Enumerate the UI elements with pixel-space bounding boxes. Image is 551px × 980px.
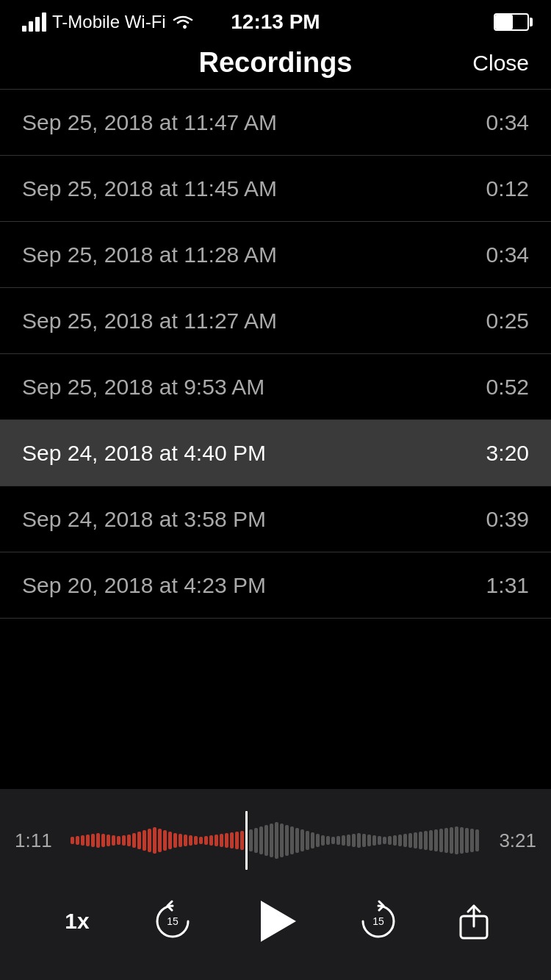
waveform-bar-played	[184, 835, 187, 846]
waveform-bar-unplayed	[347, 835, 350, 846]
waveform-bar-unplayed	[254, 828, 258, 853]
playhead	[245, 811, 248, 870]
signal-bars-icon	[22, 12, 46, 32]
waveform-bar-played	[122, 835, 126, 846]
waveform-bar-played	[215, 835, 218, 846]
close-button[interactable]: Close	[470, 51, 529, 76]
recording-item[interactable]: Sep 25, 2018 at 11:45 AM 0:12	[0, 156, 551, 222]
waveform-bar-unplayed	[403, 834, 407, 847]
waveform-bar-unplayed	[444, 828, 448, 853]
waveform-bar-played	[194, 836, 198, 845]
waveform-bar-unplayed	[393, 835, 397, 846]
status-right	[494, 13, 529, 31]
recording-date: Sep 25, 2018 at 11:45 AM	[22, 176, 277, 201]
recording-date: Sep 25, 2018 at 11:47 AM	[22, 110, 277, 135]
waveform-bar-played	[158, 829, 162, 852]
waveform-bar-unplayed	[326, 836, 330, 845]
waveform-bar-unplayed	[460, 827, 464, 854]
waveform-bar-played	[179, 834, 182, 847]
speed-button[interactable]: 1x	[55, 899, 99, 943]
waveform-bar-unplayed	[285, 825, 289, 856]
skip-forward-icon: 15	[357, 900, 400, 943]
recording-item[interactable]: Sep 24, 2018 at 4:40 PM 3:20	[0, 420, 551, 486]
recording-item[interactable]: Sep 20, 2018 at 4:23 PM 1:31	[0, 552, 551, 619]
waveform-bar-played	[143, 830, 146, 851]
waveform-bar-unplayed	[450, 827, 453, 854]
play-button[interactable]	[246, 892, 305, 951]
waveform-bar-played	[76, 836, 79, 845]
recording-duration: 0:12	[486, 176, 529, 201]
waveform-bar-played	[96, 833, 100, 848]
waveform-bar-unplayed	[383, 837, 386, 844]
waveform-bar-unplayed	[424, 831, 428, 850]
waveform-bar-unplayed	[475, 829, 479, 851]
waveform-bar-unplayed	[408, 833, 412, 848]
waveform-bar-unplayed	[414, 832, 417, 849]
waveform-bar-played	[209, 835, 213, 846]
waveform-bar-unplayed	[455, 826, 458, 854]
recording-duration: 0:39	[486, 507, 529, 532]
recording-duration: 0:25	[486, 309, 529, 334]
player-controls: 1x 15 15	[0, 877, 551, 980]
waveform-bar-played	[168, 832, 172, 849]
waveform-bar-played	[107, 835, 110, 846]
battery-icon	[494, 13, 529, 31]
recording-duration: 0:34	[486, 242, 529, 267]
nav-bar: Recordings Close	[0, 40, 551, 90]
status-time: 12:13 PM	[231, 10, 320, 34]
waveform-bar-played	[240, 831, 244, 850]
waveform-container: 1:11 3:21	[0, 804, 551, 877]
waveform-bar-unplayed	[270, 824, 273, 857]
recording-item[interactable]: Sep 25, 2018 at 11:27 AM 0:25	[0, 288, 551, 354]
recording-item[interactable]: Sep 25, 2018 at 11:47 AM 0:34	[0, 90, 551, 156]
waveform-bar-unplayed	[362, 834, 366, 847]
waveform-bar-played	[148, 829, 151, 852]
waveform-bar-unplayed	[439, 829, 443, 852]
skip-forward-button[interactable]: 15	[356, 899, 400, 943]
waveform-bar-played	[199, 837, 203, 844]
waveform-bar-unplayed	[465, 828, 469, 853]
waveform[interactable]	[71, 811, 480, 870]
waveform-bar-unplayed	[280, 824, 284, 857]
waveform-bar-unplayed	[259, 826, 263, 854]
recording-date: Sep 24, 2018 at 4:40 PM	[22, 441, 266, 466]
recording-item[interactable]: Sep 24, 2018 at 3:58 PM 0:39	[0, 486, 551, 552]
skip-back-button[interactable]: 15	[151, 899, 195, 943]
waveform-bar-played	[173, 833, 177, 848]
waveform-bar-unplayed	[316, 834, 320, 847]
current-time-label: 1:11	[15, 829, 59, 852]
waveform-bar-unplayed	[311, 832, 314, 849]
waveform-bar-played	[91, 834, 95, 847]
waveform-bar-unplayed	[300, 829, 304, 851]
status-bar: T-Mobile Wi-Fi 12:13 PM	[0, 0, 551, 40]
waveform-bar-played	[153, 827, 156, 854]
recording-date: Sep 25, 2018 at 11:27 AM	[22, 309, 277, 334]
waveform-bar-played	[163, 830, 167, 851]
recording-duration: 1:31	[486, 573, 529, 598]
svg-text:15: 15	[167, 915, 179, 927]
recording-date: Sep 25, 2018 at 11:28 AM	[22, 242, 277, 267]
play-icon	[261, 901, 296, 942]
waveform-bar-unplayed	[372, 835, 376, 846]
waveform-bar-played	[225, 833, 228, 848]
recording-item[interactable]: Sep 25, 2018 at 9:53 AM 0:52	[0, 354, 551, 420]
waveform-bar-unplayed	[470, 829, 474, 852]
waveform-bar-played	[137, 832, 141, 849]
wifi-icon	[172, 14, 194, 30]
waveform-bar-played	[220, 834, 223, 847]
waveform-bar-unplayed	[249, 829, 253, 851]
share-button[interactable]	[452, 899, 496, 943]
skip-back-icon: 15	[151, 900, 194, 943]
waveform-bar-unplayed	[398, 835, 402, 846]
recording-date: Sep 20, 2018 at 4:23 PM	[22, 573, 266, 598]
waveform-bar-played	[230, 832, 234, 849]
share-icon	[455, 900, 493, 943]
total-time-label: 3:21	[492, 829, 536, 852]
recording-item[interactable]: Sep 25, 2018 at 11:28 AM 0:34	[0, 222, 551, 288]
waveform-bar-unplayed	[275, 822, 278, 859]
waveform-bar-unplayed	[306, 831, 309, 850]
waveform-bar-unplayed	[331, 837, 335, 844]
player-area: 1:11 3:21 1x 15 15	[0, 789, 551, 980]
waveform-bar-unplayed	[321, 835, 325, 846]
waveform-bar-unplayed	[419, 832, 422, 849]
